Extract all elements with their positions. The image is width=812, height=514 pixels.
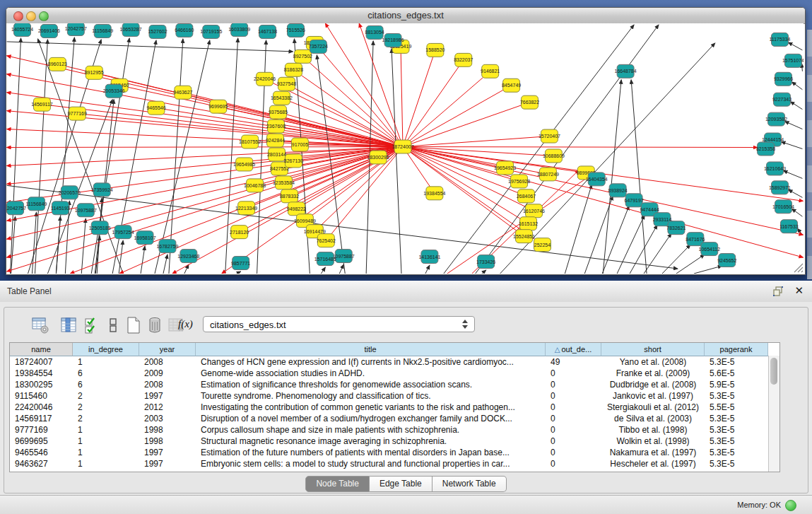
graph-edge[interactable] (790, 102, 802, 110)
table-cell[interactable]: 0 (546, 368, 601, 379)
table-cell[interactable]: 2 (73, 390, 139, 402)
graph-edge[interactable] (314, 43, 403, 147)
graph-edge[interactable] (425, 265, 430, 274)
graph-edge[interactable] (7, 147, 403, 166)
table-cell[interactable]: Tourette syndrome. Phenomenology and cla… (196, 390, 546, 402)
table-cell[interactable]: 1 (73, 356, 139, 368)
graph-edge[interactable] (401, 47, 403, 147)
graph-edge[interactable] (784, 122, 802, 129)
network-window[interactable]: citations_edges.txt 18724007183002951822… (6, 7, 806, 275)
float-panel-icon[interactable] (772, 286, 784, 297)
table-cell[interactable]: 5.3E-5 (705, 458, 768, 469)
graph-edge[interactable] (339, 264, 343, 274)
table-selector-dropdown[interactable]: citations_edges.txt (203, 316, 475, 332)
table-vertical-scrollbar[interactable] (768, 356, 779, 472)
table-cell[interactable]: Corpus callosum shape and size in male p… (196, 424, 546, 436)
graph-edge[interactable] (676, 255, 705, 274)
graph-edge[interactable] (7, 42, 293, 52)
window-resize-grip[interactable] (792, 262, 804, 273)
table-cell[interactable]: 5.3E-5 (705, 413, 768, 424)
table-cell[interactable]: 0 (546, 413, 601, 424)
graph-edge[interactable] (584, 196, 613, 274)
table-cell[interactable]: Estimation of significance thresholds fo… (196, 379, 546, 390)
table-cell[interactable]: 2 (73, 402, 139, 413)
table-cell[interactable]: Estimation of the future numbers of pati… (196, 447, 546, 458)
column-header-pagerank[interactable]: pagerank (705, 343, 768, 356)
graph-edge[interactable] (476, 25, 659, 274)
table-cell[interactable]: 1 (73, 424, 139, 436)
table-cell[interactable]: 1 (73, 447, 139, 458)
table-cell[interactable]: 2003 (139, 413, 196, 424)
table-cell[interactable]: Structural magnetic resonance image aver… (196, 436, 546, 447)
graph-edge[interactable] (792, 82, 802, 90)
table-cell[interactable]: 1998 (139, 424, 196, 436)
table-cell[interactable]: 9777169 (10, 424, 73, 436)
graph-edge[interactable] (781, 142, 802, 149)
graph-edge[interactable] (403, 71, 490, 147)
table-cell[interactable]: 0 (546, 436, 601, 447)
graph-edge[interactable] (141, 246, 145, 274)
table-cell[interactable]: 1998 (139, 436, 196, 447)
graph-edge[interactable] (403, 86, 512, 147)
table-cell[interactable]: 5.3E-5 (705, 390, 768, 402)
graph-edge[interactable] (314, 147, 403, 232)
table-cell[interactable]: 1997 (139, 458, 196, 469)
table-cell[interactable]: 2009 (139, 368, 196, 379)
table-cell[interactable]: 2008 (139, 379, 196, 390)
table-cell[interactable]: Disruption of a novel member of a sodium… (196, 413, 546, 424)
graph-edge[interactable] (155, 40, 210, 274)
table-cell[interactable]: 1997 (139, 390, 196, 402)
table-cell[interactable]: 49 (546, 356, 601, 368)
close-panel-icon[interactable]: ✕ (794, 284, 804, 297)
table-cell[interactable]: Franke et al. (2009) (601, 368, 705, 379)
graph-edge[interactable] (788, 189, 802, 197)
column-select-icon[interactable] (59, 316, 78, 334)
table-cell[interactable]: 1 (73, 436, 139, 447)
function-builder-icon[interactable]: f(x) (178, 318, 193, 330)
table-cell[interactable]: Genome-wide association studies in ADHD. (196, 368, 546, 379)
column-header-out_de[interactable]: △out_de... (546, 343, 601, 356)
table-cell[interactable]: 9699695 (10, 436, 73, 447)
column-header-short[interactable]: short (601, 343, 705, 356)
table-cell[interactable]: 0 (546, 458, 601, 469)
table-cell[interactable]: Investigating the contribution of common… (196, 402, 546, 413)
table-cell[interactable]: 2012 (139, 402, 196, 413)
table-cell[interactable]: 0 (546, 447, 601, 458)
table-cell[interactable]: 0 (546, 402, 601, 413)
row-check-icon[interactable] (83, 316, 101, 334)
graph-edge[interactable] (392, 49, 401, 274)
table-cell[interactable]: 5.9E-5 (705, 379, 768, 390)
graph-edge[interactable] (631, 80, 647, 274)
table-cell[interactable]: 5.6E-5 (705, 368, 768, 379)
graph-edge[interactable] (169, 39, 183, 274)
memory-ok-indicator[interactable] (785, 500, 796, 511)
graph-edge[interactable] (482, 270, 486, 274)
table-cell[interactable]: 5.3E-5 (705, 447, 768, 458)
network-canvas[interactable]: 1872400718300295182260588927502818632893… (6, 23, 804, 274)
table-cell[interactable]: 2008 (139, 356, 196, 368)
table-cell[interactable]: de Silva et al. (2003) (601, 413, 705, 424)
table-cell[interactable]: Dudbridge et al. (2008) (601, 379, 705, 390)
graph-edge[interactable] (7, 93, 403, 147)
table-cell[interactable]: 1 (73, 458, 139, 469)
table-cell[interactable]: 18724007 (10, 356, 73, 368)
graph-edge[interactable] (403, 50, 435, 147)
graph-edge[interactable] (163, 255, 167, 274)
tab-edge-table[interactable]: Edge Table (370, 476, 433, 492)
table-cell[interactable]: 1997 (139, 447, 196, 458)
tab-network-table[interactable]: Network Table (433, 476, 507, 492)
graph-edge[interactable] (792, 209, 802, 216)
graph-edge[interactable] (403, 136, 549, 147)
table-cell[interactable]: 18300295 (10, 379, 73, 390)
table-cell[interactable]: 6 (73, 379, 139, 390)
graph-edge[interactable] (783, 170, 802, 178)
column-header-year[interactable]: year (139, 343, 196, 356)
table-cell[interactable]: 0 (546, 379, 601, 390)
table-cell[interactable]: 0 (546, 424, 601, 436)
graph-edge[interactable] (81, 218, 86, 274)
table-cell[interactable]: Stergiakouli et al. (2012) (601, 402, 705, 413)
graph-edge[interactable] (403, 103, 529, 147)
table-cell[interactable]: Yano et al. (2008) (601, 356, 705, 368)
graph-edge[interactable] (7, 56, 403, 147)
graph-edge[interactable] (403, 147, 758, 148)
